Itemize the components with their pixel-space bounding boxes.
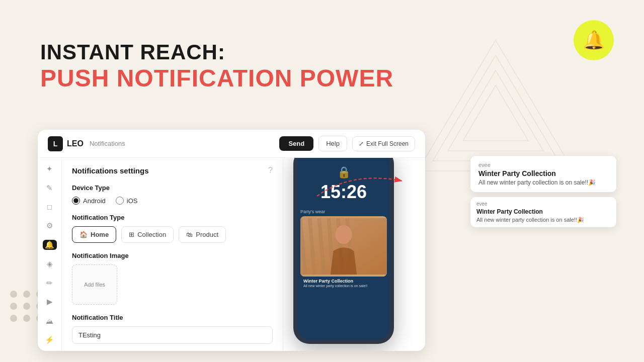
notif-type-product-label: Product — [196, 231, 218, 238]
phone-product-desc: All new winter party collection is on sa… — [300, 284, 387, 288]
card-actions: Send Help ⤢ Exit Full Screen — [279, 136, 415, 151]
radio-android-input[interactable] — [72, 197, 80, 205]
main-card: L LEO Notifications Send Help ⤢ Exit Ful… — [38, 130, 425, 351]
sidebar-icon-notification[interactable]: 🔔 — [43, 240, 57, 250]
notif-card-1-body: All new winter party collection is on sa… — [478, 179, 608, 186]
fullscreen-button[interactable]: ⤢ Exit Full Screen — [352, 136, 415, 151]
logo-subtitle: Notifications — [90, 140, 125, 147]
dot — [10, 303, 17, 310]
sidebar-icon-edit[interactable]: ✎ — [43, 183, 57, 193]
device-type-label: Device Type — [72, 184, 273, 192]
notif-card-2-title: Winter Party Collection — [476, 208, 610, 215]
radio-ios[interactable]: iOS — [116, 197, 138, 205]
dot — [10, 291, 17, 298]
radio-ios-label: iOS — [127, 197, 138, 205]
notification-card-2: evee Winter Party Collection All new win… — [470, 197, 616, 227]
svg-marker-0 — [418, 40, 574, 171]
logo-icon: L — [48, 136, 63, 151]
sidebar-icon-play[interactable]: ▶ — [43, 297, 57, 307]
sidebar-icon-bolt[interactable]: ⚡ — [43, 335, 57, 345]
radio-android-label: Android — [83, 197, 106, 205]
phone-time: 15:26 — [297, 179, 390, 205]
notif-card-1-app: evee — [478, 162, 608, 168]
phone-screen: 🔒 15:26 Party's wear — [297, 158, 390, 340]
phone-collection-label: Party's wear — [300, 209, 387, 214]
card-header: L LEO Notifications Send Help ⤢ Exit Ful… — [38, 130, 425, 158]
headline-area: INSTANT REACH: PUSH NOTIFICATION POWER — [40, 40, 393, 92]
notif-type-collection-label: Collection — [137, 231, 166, 238]
notif-type-home[interactable]: 🏠 Home — [72, 226, 116, 243]
card-sidebar: ✦ ✎ □ ⚙ 🔔 ◈ ✏ ▶ ⛰ ⚡ — [38, 158, 62, 351]
radio-ios-input[interactable] — [116, 197, 124, 205]
settings-header: Notifications settings ? — [72, 166, 273, 175]
help-button[interactable]: Help — [318, 136, 347, 151]
phone-mockup: 🔒 15:26 Party's wear — [293, 158, 394, 344]
fullscreen-icon: ⤢ — [359, 140, 364, 147]
fullscreen-label: Exit Full Screen — [366, 140, 409, 147]
notif-type-home-label: Home — [91, 231, 109, 238]
sidebar-icon-plus[interactable]: ✦ — [43, 164, 57, 174]
sidebar-icon-pen[interactable]: ✏ — [43, 278, 57, 288]
headline-line1: INSTANT REACH: — [40, 40, 393, 64]
card-logo: L LEO Notifications — [48, 136, 125, 151]
notif-card-2-app: evee — [476, 201, 610, 207]
settings-help-icon[interactable]: ? — [268, 166, 273, 175]
notif-type-collection[interactable]: ⊞ Collection — [121, 226, 174, 243]
dot — [10, 315, 17, 322]
device-type-radio-group: Android iOS — [72, 197, 273, 205]
notif-card-2-body: All new winter party collection is on sa… — [476, 217, 610, 223]
notification-cards: evee Winter Party Collection All new win… — [470, 156, 616, 227]
settings-title: Notifications settings — [72, 166, 149, 175]
collection-icon: ⊞ — [129, 231, 134, 238]
image-upload-area[interactable]: Add files — [72, 264, 117, 305]
notification-title-section-label: Notification Title — [72, 314, 273, 321]
dot — [23, 315, 30, 322]
notif-type-product[interactable]: 🛍 Product — [179, 226, 226, 243]
headline-line2: PUSH NOTIFICATION POWER — [40, 64, 393, 92]
notif-card-1-title: Winter Party Collection — [478, 169, 608, 177]
phone-product-image — [300, 216, 387, 277]
radio-android[interactable]: Android — [72, 197, 106, 205]
svg-point-11 — [335, 225, 352, 244]
add-files-label: Add files — [84, 282, 105, 288]
logo-name: LEO — [67, 139, 84, 148]
dot — [23, 303, 30, 310]
home-icon: 🏠 — [79, 231, 88, 238]
sidebar-icon-settings[interactable]: ⚙ — [43, 221, 57, 231]
product-icon: 🛍 — [186, 231, 193, 238]
send-button[interactable]: Send — [279, 136, 313, 151]
sidebar-icon-landscape[interactable]: ⛰ — [43, 316, 57, 326]
phone-content: Party's wear — [297, 209, 390, 288]
svg-marker-2 — [448, 70, 543, 151]
notification-title-input[interactable] — [72, 326, 273, 344]
card-body: ✦ ✎ □ ⚙ 🔔 ◈ ✏ ▶ ⛰ ⚡ Notifications settin… — [38, 158, 425, 351]
notification-card-1: evee Winter Party Collection All new win… — [470, 156, 616, 192]
dot — [23, 291, 30, 298]
phone-lock-icon: 🔒 — [297, 158, 390, 179]
sidebar-icon-file[interactable]: □ — [43, 202, 57, 212]
bell-icon-circle: 🔔 — [574, 20, 614, 60]
settings-panel: Notifications settings ? Device Type And… — [62, 158, 283, 351]
notification-type-label: Notification Type — [72, 214, 273, 221]
notification-type-group: 🏠 Home ⊞ Collection 🛍 Product — [72, 226, 273, 243]
bell-icon: 🔔 — [583, 30, 605, 51]
phone-product-name: Winter Party Collection — [300, 277, 387, 284]
sidebar-icon-tag[interactable]: ◈ — [43, 259, 57, 269]
notification-image-label: Notification Image — [72, 252, 273, 259]
phone-preview-area: 🔒 15:26 Party's wear — [283, 158, 425, 351]
